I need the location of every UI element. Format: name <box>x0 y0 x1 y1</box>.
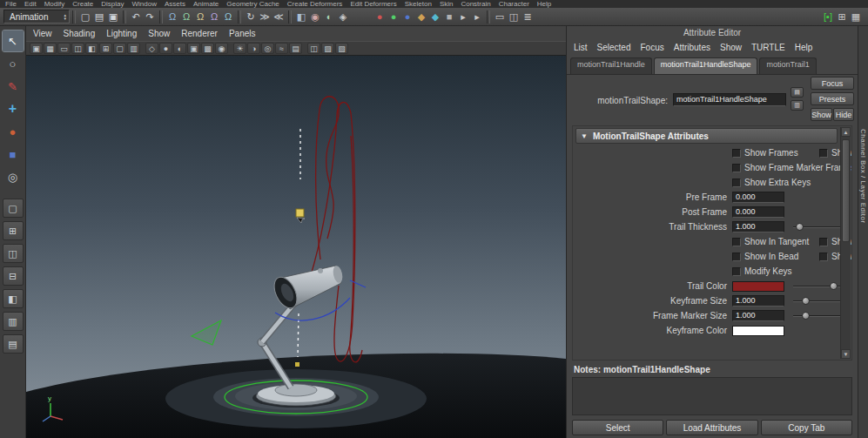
snap-point-icon[interactable]: Ω <box>193 10 207 24</box>
show-extra-keys-checkbox[interactable] <box>732 179 741 187</box>
trail-thickness-slider-handle[interactable] <box>796 223 804 231</box>
inputs-icon[interactable]: ≫ <box>258 10 272 24</box>
show-frames-checkbox[interactable] <box>732 149 741 158</box>
construction-history-icon[interactable]: ↻ <box>244 10 258 24</box>
window-menu-character[interactable]: Character <box>499 0 529 8</box>
ae-menu-turtle[interactable]: TURTLE <box>751 43 785 52</box>
presets-button[interactable]: Presets <box>811 92 854 105</box>
window-menu-edit[interactable]: Edit <box>24 0 37 8</box>
frame-marker-size-field[interactable]: 1.000 <box>732 310 784 321</box>
snap-curve-icon[interactable]: Ω <box>179 10 193 24</box>
select-camera-icon[interactable]: ▣ <box>30 43 43 54</box>
keyframe-color-swatch[interactable] <box>732 326 784 336</box>
xray-icon[interactable]: ▨ <box>321 43 334 54</box>
trail-color-slider-handle[interactable] <box>830 282 838 290</box>
panel-menu-panels[interactable]: Panels <box>229 29 256 38</box>
trail-thickness-field[interactable]: 1.000 <box>732 221 784 232</box>
scroll-down-icon[interactable]: ▼ <box>841 349 851 359</box>
trail-thickness-slider[interactable] <box>793 221 842 233</box>
section-header-motiontrailshape[interactable]: ▼ MotionTrailShape Attributes <box>575 128 838 144</box>
textured-icon[interactable]: ▩ <box>201 43 214 54</box>
window-menu-assets[interactable]: Assets <box>165 0 185 8</box>
make-live-icon[interactable]: Ω <box>221 10 235 24</box>
render-current-frame-icon[interactable]: ◉ <box>308 10 322 24</box>
attributes-scrollbar[interactable]: ▲ ▼ <box>840 127 851 359</box>
highlight-selection-brackets-icon[interactable]: [▪] <box>821 10 835 24</box>
ae-menu-focus[interactable]: Focus <box>640 43 663 52</box>
layout-two-panes-side[interactable]: ◫ <box>3 244 24 263</box>
layout-hypergraph-persp[interactable]: ▤ <box>3 334 24 354</box>
show-frame-marker-frames-checkbox[interactable] <box>732 164 741 172</box>
ae-menu-show[interactable]: Show <box>720 43 742 52</box>
attribute-list-icon[interactable]: ▥ <box>791 100 804 111</box>
ipr-render-icon[interactable]: ◐ <box>322 10 336 24</box>
layout-single-pane[interactable]: ▢ <box>3 199 24 218</box>
window-menu-edit-deformers[interactable]: Edit Deformers <box>350 0 396 8</box>
select-tool-icon[interactable]: ↖ <box>3 30 24 51</box>
shadows-icon[interactable]: ◑ <box>247 43 260 54</box>
section-collapse-arrow-icon[interactable]: ▼ <box>581 132 588 140</box>
layout-three-panes-left[interactable]: ◧ <box>3 289 24 308</box>
isolate-select-icon[interactable]: ◫ <box>307 43 320 54</box>
flat-shade-icon[interactable]: ◐ <box>173 43 186 54</box>
rotate-tool-icon[interactable]: ● <box>3 121 24 142</box>
safe-title-icon[interactable]: ▥ <box>127 43 140 54</box>
window-menu-display[interactable]: Display <box>101 0 124 8</box>
ae-menu-selected[interactable]: Selected <box>597 43 631 52</box>
snap-projected-center-icon[interactable]: Ω <box>207 10 221 24</box>
panel-menu-renderer[interactable]: Renderer <box>181 29 218 38</box>
show-out-bead-checkbox[interactable] <box>819 253 828 261</box>
show-out-tange-checkbox[interactable] <box>819 238 828 246</box>
ae-menu-list[interactable]: List <box>574 43 588 52</box>
smooth-shade-icon[interactable]: ● <box>159 43 172 54</box>
channel-box-toggle-icon[interactable]: ≣ <box>521 10 535 24</box>
soft-select-icon[interactable]: ■ <box>442 10 456 24</box>
layout-persp-outliner[interactable]: ▥ <box>3 312 24 331</box>
panel-layout-icon[interactable]: ▦ <box>849 10 863 24</box>
channel-box-layer-editor-tab[interactable]: Channel Box / Layer Editor <box>859 129 867 224</box>
trail-color-slider[interactable] <box>793 280 842 293</box>
highlight-mode-icon[interactable]: ● <box>373 10 387 24</box>
move-tool-icon[interactable]: + <box>3 98 24 119</box>
show-frame-nu-checkbox[interactable] <box>819 149 828 158</box>
window-menu-create[interactable]: Create <box>72 0 93 8</box>
show-button[interactable]: Show <box>811 108 832 121</box>
copy-tab-button[interactable]: Copy Tab <box>761 420 852 435</box>
menu-set-dropdown[interactable]: Animation ▴▾ <box>3 10 70 24</box>
trail-color-swatch[interactable] <box>732 281 784 292</box>
tab-motiontrail1handle[interactable]: motionTrail1Handle <box>570 57 652 74</box>
show-in-tangent-checkbox[interactable] <box>732 238 741 246</box>
window-menu-create-deformers[interactable]: Create Deformers <box>287 0 343 8</box>
window-menu-skeleton[interactable]: Skeleton <box>405 0 432 8</box>
lock-attributes-icon[interactable]: ▤ <box>791 87 804 98</box>
redo-icon[interactable]: ↷ <box>143 10 157 24</box>
grid-icon[interactable]: ▦ <box>44 43 57 54</box>
safe-action-icon[interactable]: ▢ <box>113 43 126 54</box>
lighting-icon[interactable]: ☀ <box>233 43 246 54</box>
resolution-gate-icon[interactable]: ◫ <box>71 43 84 54</box>
panel-menu-view[interactable]: View <box>33 29 52 38</box>
window-menu-file[interactable]: File <box>5 0 17 8</box>
object-mode-icon[interactable]: ● <box>387 10 400 24</box>
gate-mask-icon[interactable]: ◧ <box>85 43 98 54</box>
window-menu-window[interactable]: Window <box>132 0 157 8</box>
panel-menu-shading[interactable]: Shading <box>64 29 96 38</box>
motion-blur-icon[interactable]: ≈ <box>275 43 288 54</box>
window-menu-geometry-cache[interactable]: Geometry Cache <box>226 0 279 8</box>
keyframe-size-field[interactable]: 1.000 <box>732 295 784 307</box>
paint-select-tool-icon[interactable]: ✎ <box>3 76 24 97</box>
bounding-box-icon[interactable]: ▣ <box>187 43 200 54</box>
frame-marker-size-slider[interactable] <box>793 310 842 322</box>
save-scene-icon[interactable]: ▣ <box>106 10 120 24</box>
use-default-material-icon[interactable]: ◉ <box>215 43 228 54</box>
modify-keys-checkbox[interactable] <box>732 267 741 276</box>
component-mode-icon[interactable]: ● <box>400 10 414 24</box>
show-in-bead-checkbox[interactable] <box>732 253 741 261</box>
ssao-icon[interactable]: ◎ <box>261 43 274 54</box>
keyframe-marker[interactable] <box>295 362 299 367</box>
notes-textarea[interactable] <box>572 377 852 415</box>
render-settings-icon[interactable]: ◈ <box>336 10 350 24</box>
input-connection-icon[interactable]: ▸ <box>456 10 470 24</box>
panel-menu-lighting[interactable]: Lighting <box>106 29 137 38</box>
undo-icon[interactable]: ↶ <box>129 10 143 24</box>
